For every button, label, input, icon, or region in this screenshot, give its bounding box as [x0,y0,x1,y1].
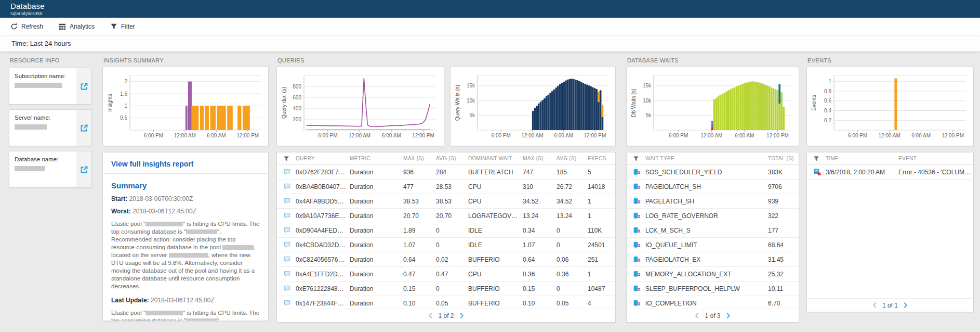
column-header[interactable]: TIME [826,156,898,161]
query-icon [283,197,291,205]
table-row[interactable]: 0x4AFA9BDD526...Duration38.5338.53CPU34.… [277,194,615,209]
open-resource-button[interactable] [76,151,91,187]
column-header[interactable]: AVG (S) [557,156,588,161]
cell: 13.24 [557,212,588,220]
page-subtitle: sqlanalytics356 [10,11,980,16]
cell: 0.36 [523,271,557,278]
cell: 0 [557,241,588,249]
analytics-button[interactable]: Analytics [59,23,95,30]
table-row[interactable]: LCK_M_SCH_S177 [627,223,799,238]
table-row[interactable]: 0xC824056576DF...Duration0.640.02BUFFERI… [277,252,615,267]
table-row[interactable]: SLEEP_BUFFERPOOL_HELPLW10.11 [627,282,799,296]
open-resource-button[interactable] [76,110,91,146]
svg-text:600: 600 [293,95,301,100]
divider [103,173,268,174]
cell: Duration [350,212,403,220]
table-row[interactable]: PAGEIOLATCH_EX31.45 [627,252,799,267]
svg-text:6:00 AM: 6:00 AM [207,133,226,138]
resource-label: Database name: [15,156,58,162]
table-row[interactable]: 0x4CBDAD32DB5...Duration1.070IDLE1.07024… [277,238,615,252]
table-row[interactable]: PAGEIOLATCH_SH9706 [627,180,799,194]
table-row[interactable]: 0xD762F283F7FBF5Duration936284BUFFERLATC… [277,165,615,180]
pagination-prev-button[interactable] [428,312,433,319]
column-header[interactable]: MAX (S) [403,156,436,161]
filter-icon[interactable] [283,156,289,162]
cell: 0xBA4B0B040746... [296,183,350,190]
cell: Duration [350,198,403,205]
cell: 0x147F23844F44E8 [296,300,350,307]
table-row[interactable]: LOG_RATE_GOVERNOR322 [627,209,799,223]
cell: 0.15 [403,285,436,292]
time-range-bar[interactable]: Time: Last 24 hours [0,35,980,52]
svg-text:12:00 PM: 12:00 PM [412,133,434,138]
pagination-next-button[interactable] [903,302,908,309]
insights-chart: 0.511.526:00 PM12:00 AM6:00 AM12:00 PMIn… [106,71,265,142]
column-header[interactable]: EXECS [588,156,616,161]
table-row[interactable]: 0xA4E1FFD2D77C...Duration0.470.47CPU0.36… [277,267,615,282]
panel-resource-info: RESOURCE INFO Subscription name:Server n… [9,52,92,332]
resource-card: Database name: [9,151,92,188]
column-header[interactable]: METRIC [350,156,403,161]
view-full-insights-link[interactable]: View full insights report [111,160,260,168]
filter-icon[interactable] [813,156,819,162]
cell: 0.05 [557,300,588,307]
db-waits-table-card: WAIT TYPETOTAL (S)SOS_SCHEDULER_YIELD383… [626,152,799,323]
cell: Duration [350,256,403,263]
pagination-prev-button[interactable] [695,312,699,319]
panel-title: INSIGHTS SUMMARY [103,57,164,63]
query-waits-chart: 5k10k15k6:00 PM12:00 AM6:00 AM12:00 PMQu… [454,71,612,142]
svg-text:12:00 PM: 12:00 PM [584,133,606,138]
events-svg: 0.20.40.60.816:00 PM12:00 AM6:00 AM12:00… [810,71,970,142]
wait-type-icon [633,241,641,249]
worst-label: Worst: [111,208,131,215]
pagination-prev-button[interactable] [872,302,877,309]
column-header[interactable]: AVG (S) [436,156,468,161]
svg-text:6:00 PM: 6:00 PM [669,133,688,138]
events-pagination: 1 of 1 [807,298,973,312]
pagination-next-button[interactable] [726,312,731,319]
start-value: 2018-03-06T00:30:00Z [129,195,193,202]
table-row[interactable]: 0xBA4B0B040746...Duration47728.53CPU3102… [277,180,615,194]
filter-icon[interactable] [633,156,639,162]
table-row[interactable]: PAGELATCH_SH939 [627,194,799,209]
table-row[interactable]: MEMORY_ALLOCATION_EXT25.32 [627,267,799,282]
column-header[interactable]: WAIT TYPE [645,156,768,161]
cell: 747 [523,169,557,176]
cell: 383K [768,169,800,176]
insights-chart-card: 0.511.526:00 PM12:00 AM6:00 AM12:00 PMIn… [102,67,269,146]
cell: 0.10 [523,300,557,307]
db-waits-chart: 5k10k15k6:00 PM12:00 AM6:00 AM12:00 PMDb… [630,71,796,142]
column-header[interactable]: MAX (S) [523,156,557,161]
refresh-button[interactable]: Refresh [10,23,43,30]
cell: 68.64 [768,241,800,249]
cell: PAGEIOLATCH_EX [645,256,768,263]
query-duration-svg: 2004006008006:00 PM12:00 AM6:00 AM12:00 … [280,71,441,142]
cell: 13.24 [523,212,557,220]
pagination-next-button[interactable] [459,312,464,319]
svg-text:5k: 5k [469,112,475,118]
table-row[interactable]: 3/6/2018, 2:00:20 AMError - 40536 - 'COL… [807,165,973,180]
cell: 1 [588,198,616,205]
insight-paragraph: Elastic pool "" is hitting its CPU limit… [111,220,260,290]
pagination-label: 1 of 1 [882,302,898,309]
table-row[interactable]: 0x9A10A7736EED...Duration20.7020.70LOGRA… [277,209,615,223]
pagination-label: 1 of 3 [705,312,720,320]
table-row[interactable]: SOS_SCHEDULER_YIELD383K [627,165,799,180]
query-icon [283,168,291,176]
table-row[interactable]: IO_QUEUE_LIMIT68.64 [627,238,799,252]
events-chart-card: 0.20.40.60.816:00 PM12:00 AM6:00 AM12:00… [806,67,974,146]
table-row[interactable]: 0xD904A4FED700...Duration1.890IDLE0.3401… [277,223,615,238]
resource-cards: Subscription name:Server name:Database n… [9,68,92,193]
column-header[interactable]: EVENT [898,156,974,161]
table-row[interactable]: 0xE761222848FB8DDuration0.150BUFFERIO0.1… [277,282,615,296]
cell: 0.64 [523,256,557,263]
queries-table: QUERYMETRICMAX (S)AVG (S)DOMINANT WAITMA… [277,152,615,311]
cell: 0 [557,227,588,234]
last-update-value: 2018-03-06T12:45:00Z [151,297,215,304]
filter-button[interactable]: Filter [110,23,135,30]
column-header[interactable]: DOMINANT WAIT [468,156,523,161]
cell: 6.70 [768,300,800,307]
column-header[interactable]: QUERY [296,156,350,161]
column-header[interactable]: TOTAL (S) [768,156,800,161]
open-resource-button[interactable] [76,68,91,104]
